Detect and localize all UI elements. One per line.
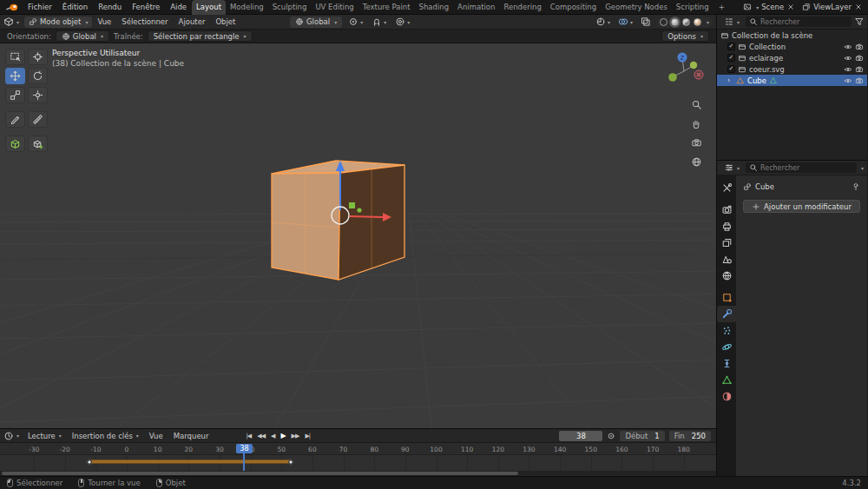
expand-icon[interactable]: › <box>727 76 733 84</box>
show-overlays-toggle[interactable]: ▾ <box>615 17 635 27</box>
camera-view-button[interactable] <box>691 137 702 149</box>
render-visibility-icon[interactable] <box>855 54 864 63</box>
tool-scale[interactable] <box>5 87 25 103</box>
menu-Rendu[interactable]: Rendu <box>93 3 127 11</box>
timeline-menu-Marqueur[interactable]: Marqueur <box>168 432 214 440</box>
menu-Aide[interactable]: Aide <box>165 3 192 11</box>
remove-viewlayer-icon[interactable] <box>854 3 863 11</box>
timeline-ruler[interactable]: -30-20-100102030405060708090100110120130… <box>0 443 716 455</box>
workspace-tab-Compositing[interactable]: Compositing <box>546 0 601 15</box>
viewport-menu-Objet[interactable]: Objet <box>210 17 240 26</box>
workspace-tab-Scripting[interactable]: Scripting <box>672 0 713 15</box>
tool-measure[interactable] <box>28 111 48 128</box>
pin-icon[interactable] <box>852 182 860 191</box>
jump-start-button[interactable]: |◀ <box>244 433 254 439</box>
timeline-body[interactable]: -30-20-100102030405060708090100110120130… <box>0 443 716 476</box>
workspace-tab-Animation[interactable]: Animation <box>453 0 499 15</box>
current-frame-field[interactable]: 38 <box>559 431 602 441</box>
timeline-editor-type-button[interactable]: ▾ <box>0 431 23 441</box>
properties-tab-world[interactable] <box>717 268 736 284</box>
outliner-editor-type-button[interactable]: ▾ <box>720 17 743 27</box>
workspace-tab-UV Editing[interactable]: UV Editing <box>311 0 358 15</box>
tool-select-box[interactable] <box>5 49 25 65</box>
render-visibility-icon[interactable] <box>855 43 864 51</box>
zoom-button[interactable] <box>691 99 702 110</box>
timeline-menu-Lecture[interactable]: Lecture▾ <box>23 432 67 440</box>
workspace-tab-Modeling[interactable]: Modeling <box>226 0 268 15</box>
timeline-tracks[interactable] <box>0 455 716 471</box>
tool-move[interactable] <box>5 68 25 84</box>
playhead-frame-chip[interactable]: 38 <box>236 444 252 453</box>
shading-solid-button[interactable] <box>671 18 679 26</box>
properties-tab-constraints[interactable] <box>717 355 736 372</box>
outliner-search-input[interactable] <box>760 18 848 26</box>
tool-cursor[interactable] <box>28 49 48 65</box>
viewport-menu-Sélectionner[interactable]: Sélectionner <box>116 17 173 26</box>
options-dropdown[interactable]: Options ▾ <box>661 30 709 42</box>
pivot-point-dropdown[interactable]: ▾ <box>345 17 365 27</box>
keying-icon[interactable] <box>607 432 615 440</box>
scrollbar-thumb[interactable] <box>2 472 518 475</box>
outliner-search[interactable] <box>746 17 852 27</box>
viewport-menu-Vue[interactable]: Vue <box>92 17 116 26</box>
orientation-dropdown[interactable]: Global ▾ <box>56 30 109 42</box>
workspace-tab-Geometry Nodes[interactable]: Geometry Nodes <box>601 0 672 15</box>
unlink-scene-icon[interactable] <box>786 3 795 11</box>
eye-icon[interactable] <box>844 54 852 63</box>
timeline-menu-Vue[interactable]: Vue <box>144 432 168 440</box>
outliner-item-eclairage[interactable]: ✓eclairage <box>717 52 867 63</box>
visibility-checkbox[interactable]: ✓ <box>727 43 735 50</box>
menu-Fichier[interactable]: Fichier <box>23 3 57 11</box>
frame-end-field[interactable]: Fin 250 <box>669 431 711 441</box>
eye-icon[interactable] <box>844 76 852 85</box>
viewport-3d[interactable]: Perspective Utilisateur (38) Collection … <box>0 43 716 428</box>
tool-rotate[interactable] <box>28 68 48 84</box>
prev-key-button[interactable]: ◀◀ <box>254 433 267 439</box>
pan-button[interactable] <box>691 118 702 129</box>
properties-search-input[interactable] <box>760 164 853 172</box>
add-modifier-button[interactable]: Ajouter un modificateur <box>743 200 860 213</box>
properties-tab-object[interactable] <box>717 289 736 306</box>
play-button[interactable]: ▶ <box>278 432 287 439</box>
filter-icon[interactable] <box>854 17 865 27</box>
properties-tab-material[interactable] <box>717 388 736 405</box>
tool-transform[interactable] <box>28 87 48 103</box>
properties-tab-output[interactable] <box>717 218 736 235</box>
next-key-button[interactable]: ▶▶ <box>289 433 302 439</box>
properties-tab-particles[interactable] <box>717 322 736 339</box>
viewlayer-selector[interactable]: ViewLayer <box>802 3 863 11</box>
navigation-gizmo[interactable]: Z <box>664 50 706 92</box>
properties-search[interactable] <box>746 162 857 173</box>
shading-dropdown[interactable]: ▾ <box>707 19 709 25</box>
viewport-menu-Ajouter[interactable]: Ajouter <box>174 17 211 26</box>
visibility-checkbox[interactable]: ✓ <box>727 65 735 73</box>
workspace-tab-Texture Paint[interactable]: Texture Paint <box>358 0 415 15</box>
outliner-item-Collection[interactable]: ✓Collection <box>717 41 867 52</box>
xray-toggle[interactable] <box>638 17 654 27</box>
drag-mode-dropdown[interactable]: Sélection par rectangle ▾ <box>148 30 253 42</box>
properties-tab-tool[interactable] <box>717 180 736 196</box>
show-gizmo-dropdown[interactable]: ▾ <box>593 17 613 27</box>
scene-selector[interactable]: ▾ Scene <box>743 3 795 11</box>
breadcrumb-object[interactable]: Cube <box>755 182 774 191</box>
mode-selector[interactable]: Mode objet ▾ <box>24 17 92 28</box>
outliner-root-collection[interactable]: Collection de la scène <box>717 30 867 41</box>
tool-annotate[interactable] <box>5 111 25 128</box>
workspace-tab-Sculpting[interactable]: Sculpting <box>268 0 312 15</box>
ortho-toggle-button[interactable] <box>691 156 702 168</box>
properties-tab-object-data[interactable] <box>717 372 736 388</box>
tool-add-cube[interactable] <box>5 135 25 152</box>
properties-tab-scene[interactable] <box>717 251 736 268</box>
eye-icon[interactable] <box>844 65 852 74</box>
menu-Édition[interactable]: Édition <box>57 3 93 11</box>
outliner-item-Cube[interactable]: ›Cube <box>717 75 867 86</box>
shading-material-button[interactable] <box>682 18 690 26</box>
render-visibility-icon[interactable] <box>855 76 864 85</box>
workspace-tab-Layout[interactable]: Layout <box>192 0 226 15</box>
frame-start-field[interactable]: Début 1 <box>620 431 664 441</box>
snap-toggle[interactable]: ▾ <box>369 17 389 27</box>
editor-type-button[interactable]: ▾ <box>0 17 23 27</box>
menu-Fenêtre[interactable]: Fenêtre <box>127 3 165 11</box>
timeline-menu-Insertion de clés[interactable]: Insertion de clés▾ <box>67 432 144 440</box>
visibility-checkbox[interactable]: ✓ <box>727 54 735 62</box>
